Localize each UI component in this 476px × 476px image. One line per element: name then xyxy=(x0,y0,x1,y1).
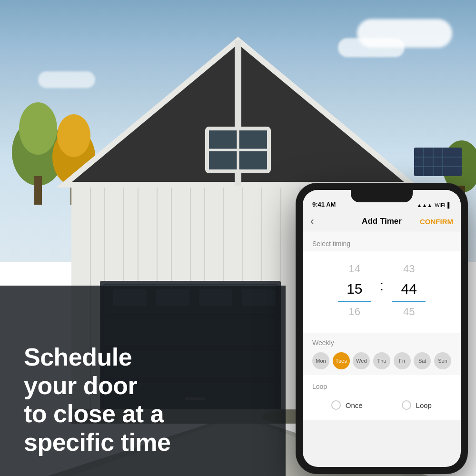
status-icons: ▲▲▲ WiFi ▌ xyxy=(417,202,451,208)
headline-text: Schedule your door to close at a specifi… xyxy=(24,343,252,457)
time-picker[interactable]: 14 15 16 : 43 44 45 xyxy=(303,255,461,326)
minutes-column[interactable]: 43 44 45 xyxy=(387,259,430,322)
once-radio[interactable] xyxy=(331,400,341,410)
phone-outer-shell: 9:41 AM ▲▲▲ WiFi ▌ ‹ Add Timer CONFIRM S… xyxy=(296,183,467,474)
hours-below: 16 xyxy=(349,302,360,322)
day-thu[interactable]: Thu xyxy=(373,352,390,369)
hours-column[interactable]: 14 15 16 xyxy=(333,259,376,322)
svg-rect-2 xyxy=(34,176,42,205)
phone-notch xyxy=(351,190,413,202)
time-colon: : xyxy=(376,278,387,294)
day-mon[interactable]: Mon xyxy=(312,352,329,369)
select-timing-label: Select timing xyxy=(303,232,461,251)
weekly-label: Weekly xyxy=(312,339,451,347)
loop-label: Loop xyxy=(312,383,451,390)
weekly-section: Weekly Mon Tues Wed Thu Fri Sat Sun xyxy=(303,333,461,375)
phone-mockup: 9:41 AM ▲▲▲ WiFi ▌ ‹ Add Timer CONFIRM S… xyxy=(296,183,467,469)
loop-option-once[interactable]: Once xyxy=(317,400,377,410)
app-header: ‹ Add Timer CONFIRM xyxy=(303,211,461,232)
svg-point-4 xyxy=(57,114,90,157)
svg-point-1 xyxy=(19,102,57,155)
signal-icon: ▲▲▲ xyxy=(417,202,433,208)
loop-options: Once Loop xyxy=(312,398,451,412)
hours-above: 14 xyxy=(349,259,360,279)
loop-label-text: Loop xyxy=(416,401,432,409)
time-picker-section: 14 15 16 : 43 44 45 xyxy=(303,251,461,333)
loop-option-loop[interactable]: Loop xyxy=(387,400,447,410)
minutes-above: 43 xyxy=(403,259,415,279)
once-label: Once xyxy=(346,401,363,409)
days-row: Mon Tues Wed Thu Fri Sat Sun xyxy=(312,352,451,369)
loop-options-divider xyxy=(382,398,382,412)
back-button[interactable]: ‹ xyxy=(310,216,314,227)
day-fri[interactable]: Fri xyxy=(394,352,411,369)
status-time: 9:41 AM xyxy=(312,201,336,208)
minutes-current: 44 xyxy=(392,279,426,302)
wifi-icon: WiFi xyxy=(435,202,445,208)
header-title: Add Timer xyxy=(362,217,402,226)
main-container: Schedule your door to close at a specifi… xyxy=(0,0,476,476)
battery-icon: ▌ xyxy=(447,202,451,208)
hours-current: 15 xyxy=(338,279,371,302)
minutes-below: 45 xyxy=(403,302,415,322)
day-sun[interactable]: Sun xyxy=(434,352,451,369)
loop-radio[interactable] xyxy=(402,400,411,410)
svg-rect-36 xyxy=(414,148,462,176)
phone-screen: 9:41 AM ▲▲▲ WiFi ▌ ‹ Add Timer CONFIRM S… xyxy=(303,190,461,467)
day-sat[interactable]: Sat xyxy=(414,352,431,369)
day-tue[interactable]: Tues xyxy=(333,352,350,369)
day-wed[interactable]: Wed xyxy=(353,352,370,369)
loop-section: Loop Once Loop xyxy=(303,375,461,420)
confirm-button[interactable]: CONFIRM xyxy=(420,218,453,226)
